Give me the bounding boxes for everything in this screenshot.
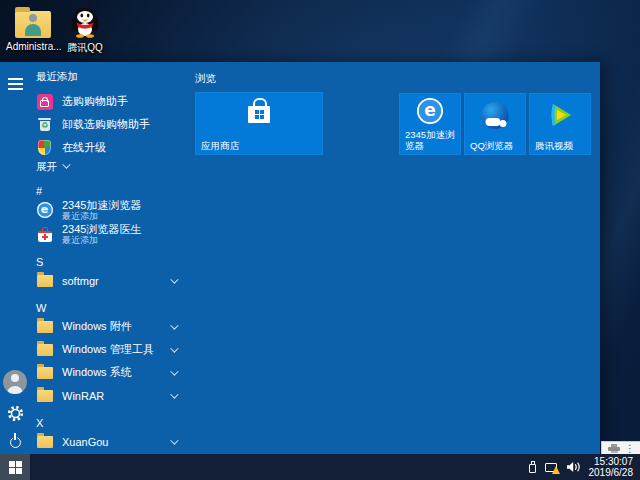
- clock-time: 15:30:07: [589, 456, 634, 468]
- tiles-group-header: 浏览: [195, 72, 216, 86]
- tile-qq-browser[interactable]: QQ浏览器: [464, 93, 526, 155]
- power-icon: [10, 437, 21, 448]
- section-header-s[interactable]: S: [36, 254, 186, 269]
- first-aid-kit-icon: [37, 227, 52, 242]
- folder-icon: [37, 367, 53, 379]
- section-header-w[interactable]: W: [36, 300, 186, 315]
- chevron-down-icon: [170, 275, 178, 283]
- qq-browser-icon: [482, 102, 509, 129]
- power-button[interactable]: [0, 428, 30, 456]
- hamburger-icon: [8, 78, 23, 80]
- settings-button[interactable]: [0, 399, 30, 427]
- chevron-down-icon: [62, 160, 70, 168]
- chevron-down-icon: [170, 436, 178, 444]
- chevron-down-icon: [170, 367, 178, 375]
- desktop-icon-label: 腾讯QQ: [58, 41, 112, 55]
- start-button[interactable]: [0, 454, 30, 480]
- system-tray: 15:30:07 2019/6/28: [529, 454, 640, 480]
- start-menu-rail: [0, 62, 30, 454]
- app-item-uninstall-assistant[interactable]: ♻ 卸载选购购物助手: [36, 113, 186, 136]
- section-header-x[interactable]: X: [36, 415, 186, 430]
- taskbar: 15:30:07 2019/6/28: [0, 454, 640, 480]
- more-options-icon[interactable]: ⋮: [625, 444, 635, 454]
- clock-date: 2019/6/28: [589, 467, 634, 479]
- tencent-video-icon: [546, 101, 574, 129]
- app-list: 最近添加 选购购物助手 ♻ 卸载选购购物助手 在线升级 展开 # e: [36, 62, 186, 453]
- folder-icon: [37, 275, 53, 287]
- chevron-down-icon: [170, 344, 178, 352]
- section-header-hash[interactable]: #: [36, 183, 186, 198]
- desktop-icon-tencent-qq[interactable]: 腾讯QQ: [58, 6, 112, 55]
- tile-app-store[interactable]: 应用商店: [195, 92, 323, 155]
- app-item-2345-browser[interactable]: e 2345加速浏览器 最近添加: [36, 198, 186, 222]
- volume-icon[interactable]: [566, 461, 580, 473]
- folder-icon: [37, 344, 53, 356]
- chevron-down-icon: [170, 390, 178, 398]
- gear-icon: [7, 405, 24, 422]
- expand-button[interactable]: 展开: [36, 159, 186, 175]
- printer-icon: [608, 444, 620, 453]
- chevron-down-icon: [170, 321, 178, 329]
- taskbar-clock[interactable]: 15:30:07 2019/6/28: [589, 456, 636, 479]
- network-warning-icon[interactable]: [545, 463, 557, 472]
- qq-penguin-icon: [70, 5, 100, 38]
- desktop: Administra... 腾讯QQ: [0, 0, 640, 480]
- folder-item-xuangou[interactable]: XuanGou: [36, 430, 186, 453]
- folder-icon: [37, 390, 53, 402]
- tiles-panel: 浏览 应用商店 e 2345加速浏览器 QQ浏览器 腾讯视频: [195, 62, 595, 454]
- app-item-2345-browser-doctor[interactable]: 2345浏览器医生 最近添加: [36, 222, 186, 246]
- desktop-icon-label: Administra...: [6, 41, 60, 52]
- folder-item-winrar[interactable]: WinRAR: [36, 384, 186, 407]
- recently-added-header: 最近添加: [36, 70, 186, 84]
- user-folder-icon: [15, 11, 51, 38]
- shield-icon: [38, 140, 51, 155]
- folder-item-softmgr[interactable]: softmgr: [36, 269, 186, 292]
- folder-icon: [37, 436, 53, 448]
- user-avatar-icon: [3, 370, 27, 394]
- windows-logo-icon: [9, 461, 22, 474]
- app-item-online-upgrade[interactable]: 在线升级: [36, 136, 186, 159]
- shopping-bag-icon: [37, 94, 53, 110]
- desktop-icon-administrator[interactable]: Administra...: [6, 6, 60, 52]
- folder-item-windows-system[interactable]: Windows 系统: [36, 361, 186, 384]
- trash-recycle-icon: ♻: [38, 118, 51, 131]
- user-account-button[interactable]: [0, 368, 30, 396]
- app-item-shopping-assistant[interactable]: 选购购物助手: [36, 90, 186, 113]
- 2345-browser-icon: e: [37, 202, 53, 218]
- hamburger-menu-button[interactable]: [0, 70, 30, 98]
- folder-icon: [37, 321, 53, 333]
- usb-device-icon[interactable]: [529, 464, 536, 473]
- 2345-browser-icon: e: [417, 98, 443, 124]
- folder-item-windows-admin-tools[interactable]: Windows 管理工具: [36, 338, 186, 361]
- start-menu: 最近添加 选购购物助手 ♻ 卸载选购购物助手 在线升级 展开 # e: [0, 62, 600, 454]
- folder-item-windows-accessories[interactable]: Windows 附件: [36, 315, 186, 338]
- tile-tencent-video[interactable]: 腾讯视频: [529, 93, 591, 155]
- microsoft-store-icon: [248, 106, 270, 123]
- tile-2345-browser[interactable]: e 2345加速浏览器: [399, 93, 461, 155]
